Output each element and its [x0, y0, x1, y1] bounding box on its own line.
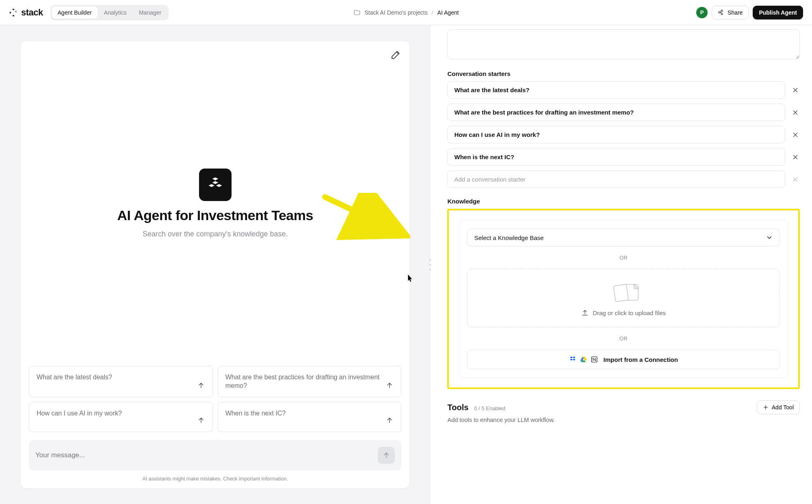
starter-chip[interactable]: What are the latest deals?: [29, 366, 213, 397]
knowledge-card-highlight: Select a Knowledge Base OR Drag: [447, 209, 800, 389]
plus-icon: [763, 404, 769, 410]
preview-hero: AI Agent for Investment Teams Search ove…: [21, 41, 409, 366]
remove-starter-button[interactable]: [791, 153, 800, 162]
connection-icons: [569, 356, 598, 363]
edit-icon[interactable]: [390, 48, 402, 61]
upload-dropzone[interactable]: Drag or click to upload files: [467, 269, 780, 327]
remove-starter-button[interactable]: [791, 108, 800, 117]
breadcrumb-current[interactable]: AI Agent: [437, 9, 459, 16]
close-icon: [792, 109, 799, 116]
starter-input[interactable]: What are the best practices for drafting…: [447, 104, 785, 121]
add-tool-label: Add Tool: [772, 404, 794, 411]
starter-row: When is the next IC?: [447, 148, 800, 166]
documents-icon: [607, 281, 640, 302]
knowledge-base-select[interactable]: Select a Knowledge Base: [467, 229, 780, 247]
notion-icon: [591, 356, 598, 363]
starter-chip[interactable]: When is the next IC?: [218, 402, 402, 432]
dropbox-icon: [569, 356, 577, 363]
close-icon: [792, 87, 799, 93]
tools-title: Tools: [447, 403, 468, 412]
starter-row: How can I use AI in my work?: [447, 126, 800, 143]
import-label: Import from a Connection: [604, 356, 678, 363]
tools-count: 0 / 5 Enabled: [474, 405, 505, 411]
share-icon: [718, 9, 724, 16]
cubes-icon: [206, 176, 224, 194]
close-icon: [792, 154, 799, 160]
starter-row: What are the best practices for drafting…: [447, 104, 800, 121]
starter-grid: What are the latest deals? What are the …: [21, 366, 409, 432]
upload-label-row: Drag or click to upload files: [581, 309, 666, 316]
remove-starter-button[interactable]: [791, 86, 800, 95]
preview-pane: AI Agent for Investment Teams Search ove…: [0, 25, 430, 504]
starter-text: When is the next IC?: [225, 409, 286, 418]
or-divider: OR: [467, 335, 780, 342]
upload-icon: [581, 309, 589, 316]
chat-preview-card: AI Agent for Investment Teams Search ove…: [20, 41, 410, 489]
arrow-up-icon: [195, 379, 208, 392]
import-connection-button[interactable]: Import from a Connection: [467, 350, 780, 369]
starter-input[interactable]: How can I use AI in my work?: [447, 126, 785, 143]
upload-label: Drag or click to upload files: [593, 309, 666, 316]
arrow-up-icon: [383, 379, 396, 392]
arrow-up-icon: [383, 414, 396, 427]
chat-input[interactable]: [35, 451, 373, 459]
tab-agent-builder[interactable]: Agent Builder: [52, 6, 97, 19]
starter-input[interactable]: When is the next IC?: [447, 148, 785, 166]
tab-analytics[interactable]: Analytics: [98, 6, 132, 19]
workspace: AI Agent for Investment Teams Search ove…: [0, 25, 812, 504]
starter-text: How can I use AI in my work?: [37, 409, 122, 418]
chat-input-row: [29, 440, 401, 470]
remove-starter-button[interactable]: [791, 130, 800, 139]
publish-agent-button[interactable]: Publish Agent: [753, 6, 803, 19]
brand-icon: [9, 8, 18, 17]
tools-header: Tools 0 / 5 Enabled Add Tool: [447, 400, 800, 414]
knowledge-inner: Select a Knowledge Base OR Drag: [459, 220, 788, 378]
disclaimer: AI assistants might make mistakes. Check…: [21, 474, 409, 488]
starter-input[interactable]: What are the latest deals?: [447, 81, 785, 99]
folder-icon: [353, 9, 360, 16]
breadcrumb-separator: /: [432, 9, 433, 16]
arrow-up-icon: [382, 451, 390, 459]
remove-starter-button-disabled: [791, 175, 800, 184]
agent-subtitle: Search over the company's knowledge base…: [143, 230, 288, 238]
chevron-down-icon: [766, 234, 773, 241]
breadcrumb-project[interactable]: Stack AI Demo's projects: [364, 9, 427, 16]
starter-row-add: Add a conversation starter: [447, 171, 800, 188]
tools-subtitle: Add tools to enhance your LLM workflow.: [447, 417, 800, 423]
starter-text: What are the latest deals?: [37, 373, 112, 382]
svg-rect-1: [613, 284, 628, 302]
knowledge-heading: Knowledge: [447, 198, 800, 205]
instructions-textarea[interactable]: [447, 29, 800, 59]
config-pane: Conversation starters What are the lates…: [430, 25, 812, 504]
breadcrumb: Stack AI Demo's projects / AI Agent: [353, 9, 459, 16]
tab-manager[interactable]: Manager: [133, 6, 167, 19]
close-icon: [792, 176, 799, 183]
topbar: stack Agent Builder Analytics Manager St…: [0, 0, 812, 25]
or-divider: OR: [467, 255, 780, 261]
top-tab-segment: Agent Builder Analytics Manager: [50, 5, 169, 20]
kb-select-label: Select a Knowledge Base: [474, 234, 543, 241]
add-starter-input[interactable]: Add a conversation starter: [447, 171, 785, 188]
starter-chip[interactable]: How can I use AI in my work?: [29, 402, 213, 432]
close-icon: [792, 132, 799, 138]
brand-text: stack: [21, 7, 43, 18]
send-button[interactable]: [378, 447, 395, 464]
starter-row: What are the latest deals?: [447, 81, 800, 99]
starters-heading: Conversation starters: [447, 70, 800, 77]
google-drive-icon: [580, 356, 587, 363]
brand-logo: stack: [9, 7, 43, 18]
share-button[interactable]: Share: [712, 6, 749, 19]
agent-avatar-tile: [199, 169, 232, 201]
add-tool-button[interactable]: Add Tool: [757, 400, 800, 414]
starter-text: What are the best practices for drafting…: [225, 373, 381, 390]
share-label: Share: [728, 9, 743, 16]
starter-chip[interactable]: What are the best practices for drafting…: [218, 366, 402, 397]
avatar[interactable]: P: [696, 7, 708, 18]
agent-title: AI Agent for Investment Teams: [117, 208, 313, 223]
arrow-up-icon: [195, 414, 208, 427]
topbar-right: P Share Publish Agent: [696, 6, 803, 19]
